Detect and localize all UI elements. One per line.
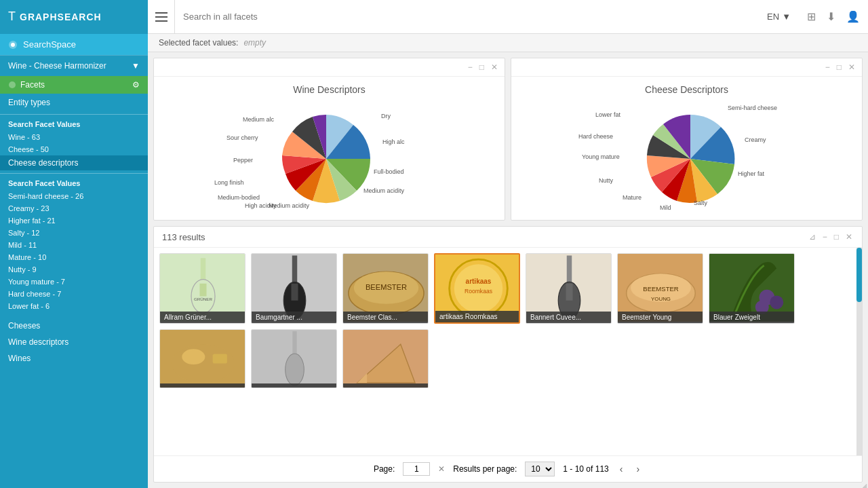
scrollbar-track[interactable] (856, 248, 862, 455)
result-label: Beemster Young (618, 312, 703, 323)
svg-text:Roomkaas: Roomkaas (465, 288, 492, 295)
scrollbar-thumb[interactable] (856, 248, 862, 302)
list-item[interactable]: Young mature - 7 (0, 276, 148, 288)
results-row-1: GRÜNER Allram Grüner... Baumgartner ... (159, 253, 856, 324)
sidebar-wine-item[interactable]: Wine - 63 (0, 131, 148, 143)
pin-icon[interactable]: ⊿ (808, 231, 817, 243)
logo-icon: T (8, 10, 16, 24)
svg-text:YOUNG: YOUNG (651, 296, 671, 302)
svg-text:Hard cheese: Hard cheese (578, 133, 613, 140)
svg-point-49 (770, 295, 783, 309)
svg-text:Sour cherry: Sour cherry (226, 134, 258, 141)
restore-icon[interactable]: □ (835, 61, 843, 73)
sidebar-item-cheeses[interactable]: Cheeses (0, 318, 148, 334)
svg-text:Long finish: Long finish (214, 179, 244, 186)
list-item[interactable]: Salty - 12 (0, 227, 148, 239)
close-icon[interactable]: ✕ (490, 61, 499, 73)
svg-text:BEEMSTER: BEEMSTER (643, 285, 678, 293)
list-item[interactable]: Bannert Cuvee... (526, 253, 612, 324)
wine-descriptors-panel: − □ ✕ Wine Descriptors (153, 58, 505, 221)
svg-point-4 (11, 43, 15, 47)
svg-text:Nutty: Nutty (599, 177, 614, 184)
sidebar-item-wines[interactable]: Wines (0, 350, 148, 367)
result-label (160, 383, 245, 388)
list-item[interactable]: Higher fat - 21 (0, 214, 148, 227)
sidebar-cheese-item[interactable]: Cheese - 50 (0, 143, 148, 155)
user-icon[interactable]: 👤 (846, 10, 860, 23)
list-item[interactable]: Mature - 10 (0, 251, 148, 263)
svg-text:Semi-hard cheese: Semi-hard cheese (728, 105, 777, 111)
next-page-button[interactable]: › (633, 464, 642, 474)
sidebar-entity-types[interactable]: Entity types (0, 94, 148, 111)
minimize-icon[interactable]: − (467, 61, 474, 73)
wine-panel-header: − □ ✕ (154, 58, 505, 77)
restore-icon[interactable]: □ (478, 61, 486, 73)
restore-icon[interactable]: □ (833, 231, 840, 243)
list-item[interactable]: GRÜNER Allram Grüner... (159, 253, 245, 324)
result-label: Bannert Cuvee... (526, 312, 611, 323)
list-item[interactable]: Baumgartner ... (251, 253, 337, 324)
list-item[interactable] (251, 329, 337, 388)
svg-text:High alc: High alc (382, 138, 405, 145)
result-label: Beemster Clas... (343, 312, 428, 323)
selected-facets-label: Selected facet values: (159, 38, 238, 48)
list-item[interactable]: artikaas Roomkaas artikaas Roomkaas (434, 253, 520, 324)
svg-rect-2 (155, 20, 167, 22)
svg-rect-31 (292, 256, 298, 286)
sidebar-cheese-descriptors[interactable]: Cheese descriptors (0, 155, 148, 170)
minimize-icon[interactable]: − (821, 231, 829, 243)
minimize-icon[interactable]: − (824, 61, 831, 73)
list-item[interactable]: Lower fat - 6 (0, 300, 148, 312)
content-area: Selected facet values: empty − □ ✕ Wine … (148, 34, 868, 488)
wine-chart-container: Wine Descriptors (159, 84, 499, 213)
sidebar-workspace-dropdown[interactable]: Wine - Cheese Harmonizer ▼ (0, 55, 148, 76)
prev-page-button[interactable]: ‹ (617, 464, 626, 474)
search-bar[interactable] (175, 12, 759, 22)
svg-text:Medium acidity: Medium acidity (363, 187, 405, 194)
sidebar-facets-header[interactable]: Facets ⚙ (0, 76, 148, 94)
pagination-info: 1 - 10 of 113 (563, 464, 608, 474)
svg-rect-43 (566, 284, 573, 301)
list-item[interactable]: Mild - 11 (0, 239, 148, 251)
panels-area: − □ ✕ Wine Descriptors (148, 52, 868, 488)
list-item[interactable]: Blauer Zweigelt (709, 253, 795, 324)
result-label: Baumgartner ... (252, 312, 336, 323)
svg-text:Pepper: Pepper (233, 157, 253, 164)
results-per-page-select[interactable]: 10 25 50 (525, 462, 555, 476)
svg-rect-29 (200, 284, 207, 297)
result-label: Allram Grüner... (160, 312, 245, 323)
result-label: artikaas Roomkaas (435, 311, 519, 322)
result-label (252, 383, 336, 388)
search-input[interactable] (183, 12, 751, 22)
svg-point-5 (9, 81, 16, 88)
grid-icon[interactable]: ⊞ (807, 10, 816, 23)
svg-text:Higher fat: Higher fat (738, 170, 765, 177)
svg-text:Dry: Dry (381, 113, 391, 119)
list-item[interactable]: BEEMSTER Beemster Clas... (342, 253, 429, 324)
collapse-button[interactable] (148, 0, 175, 34)
close-icon[interactable]: ✕ (844, 231, 854, 243)
download-icon[interactable]: ⬇ (827, 10, 835, 23)
gear-icon[interactable]: ⚙ (132, 80, 140, 90)
sidebar-searchspace[interactable]: SearchSpace (0, 34, 148, 55)
results-panel-header: 113 results ⊿ − □ ✕ (154, 227, 862, 248)
list-item[interactable]: BEEMSTERYOUNG Beemster Young (617, 253, 703, 324)
svg-text:High acidity: High acidity (245, 202, 277, 209)
page-input[interactable] (403, 462, 430, 476)
list-item[interactable]: Creamy - 23 (0, 202, 148, 214)
list-item[interactable]: Semi-hard cheese - 26 (0, 190, 148, 202)
results-count: 113 results (162, 232, 205, 242)
clear-page-button[interactable]: ✕ (438, 464, 445, 474)
language-selector[interactable]: EN ▼ (759, 12, 799, 22)
selected-facets-bar: Selected facet values: empty (148, 34, 868, 52)
list-item[interactable]: Nutty - 9 (0, 263, 148, 276)
list-item[interactable] (159, 329, 245, 388)
wine-chart-title: Wine Descriptors (293, 84, 366, 95)
svg-point-52 (182, 349, 205, 364)
list-item[interactable] (342, 329, 429, 388)
sidebar-item-wine-descriptors[interactable]: Wine descriptors (0, 334, 148, 350)
cheese-pie-chart: Semi-hard cheese Creamy Higher fat Salty… (545, 98, 829, 213)
close-icon[interactable]: ✕ (847, 61, 856, 73)
list-item[interactable]: Hard cheese - 7 (0, 288, 148, 300)
svg-text:BEEMSTER: BEEMSTER (366, 283, 407, 291)
